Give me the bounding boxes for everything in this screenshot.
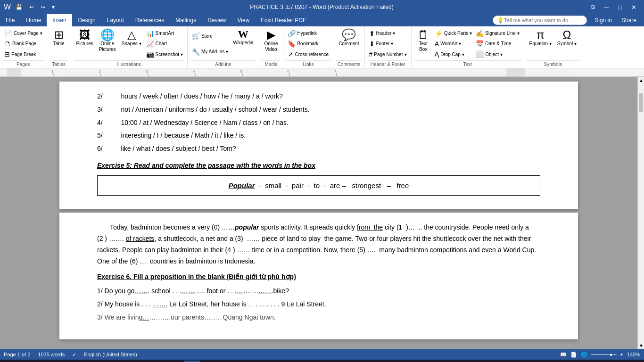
title-bar: W 💾 ↩ ↪ ▾ PRACTICE 3 .E7.0207 - Word (Pr… [0, 0, 644, 14]
tab-insert[interactable]: Insert [47, 14, 72, 26]
pictures-button[interactable]: 🖼 Pictures [74, 28, 96, 48]
tell-me-input[interactable] [504, 17, 575, 23]
web-layout-icon[interactable]: 🌐 [581, 352, 587, 358]
cover-page-button[interactable]: 📄Cover Page ▾ [3, 29, 44, 38]
share-button[interactable]: Share [618, 16, 640, 25]
tab-layout[interactable]: Layout [101, 14, 130, 26]
ribbon-group-comments: 💬 Comment Comments [333, 26, 364, 68]
hyperlink-button[interactable]: 🔗Hyperlink [286, 29, 330, 38]
equation-button[interactable]: π Equation ▾ [527, 28, 554, 48]
signature-line-icon: ✍ [476, 30, 484, 37]
tab-home[interactable]: Home [20, 14, 47, 26]
document-scroll[interactable]: 2/ hours / week / often / does / how / h… [0, 77, 637, 349]
tab-design[interactable]: Design [72, 14, 101, 26]
tables-group-items: ⊞ Table [50, 28, 68, 59]
comment-icon: 💬 [342, 29, 356, 41]
screenshot-icon: 📷 [146, 50, 154, 58]
symbol-button[interactable]: Ω Symbol ▾ [555, 28, 579, 48]
pages-col: 📄Cover Page ▾ 🗋Blank Page ⊟Page Break [3, 28, 44, 59]
ribbon-group-illustrations: 🖼 Pictures 🌐 OnlinePictures △ Shapes ▾ 📊… [71, 26, 188, 68]
addins-group-label: Add-ins [190, 60, 256, 67]
restore-button[interactable]: ⧉ [587, 2, 599, 12]
qat-undo[interactable]: ↩ [27, 3, 36, 11]
text-group-label: Text [414, 60, 521, 67]
ribbon-group-tables: ⊞ Table Tables [47, 26, 71, 68]
qat-redo[interactable]: ↪ [39, 3, 47, 11]
object-button[interactable]: ⬜Object ▾ [474, 50, 520, 58]
line-4: 4/ 10:00 / at / Wednesday / Science / Na… [97, 117, 540, 129]
svg-text:6: 6 [287, 69, 289, 74]
pages-group-items: 📄Cover Page ▾ 🗋Blank Page ⊟Page Break [3, 28, 44, 59]
read-mode-icon[interactable]: 📖 [560, 352, 567, 358]
scroll-thumb[interactable] [639, 93, 643, 112]
qat-customize[interactable]: ▾ [50, 3, 57, 11]
header-footer-group-label: Header & Footer [368, 60, 408, 67]
my-addins-button[interactable]: 🔧My Add-ins ▾ [190, 48, 230, 56]
table-button[interactable]: ⊞ Table [50, 28, 68, 48]
wikipedia-icon: W [238, 29, 248, 40]
maximize-button[interactable]: □ [614, 3, 626, 12]
doc-page-top: 2/ hours / week / often / does / how / h… [59, 82, 578, 209]
svg-text:5: 5 [240, 69, 242, 74]
chart-icon: 📈 [146, 40, 154, 48]
shapes-button[interactable]: △ Shapes ▾ [119, 28, 144, 48]
illustrations-col2: 📊SmartArt 📈Chart 📷Screenshot ▾ [145, 28, 184, 59]
ribbon-group-symbols: π Equation ▾ Ω Symbol ▾ Symbols [524, 26, 582, 68]
page-break-button[interactable]: ⊟Page Break [3, 50, 44, 58]
tab-review[interactable]: Review [202, 14, 231, 26]
quick-parts-icon: ⚡ [435, 30, 443, 37]
scroll-up-button[interactable]: ▲ [638, 77, 644, 84]
close-button[interactable]: ✕ [627, 3, 640, 12]
word-count: 1035 words [38, 352, 65, 357]
header-button[interactable]: ⬆Header ▾ [368, 29, 408, 38]
screenshot-button[interactable]: 📷Screenshot ▾ [145, 50, 184, 58]
text-col2: ✍Signature Line ▾ 📅Date & Time ⬜Object ▾ [474, 28, 520, 59]
qat-save[interactable]: 💾 [14, 3, 25, 11]
minimize-button[interactable]: ─ [601, 3, 612, 12]
media-group-label: Media [262, 60, 281, 67]
blank-page-button[interactable]: 🗋Blank Page [3, 40, 44, 48]
wikipedia-button[interactable]: W Wikipedia [231, 28, 256, 47]
print-layout-icon[interactable]: 📄 [570, 352, 577, 358]
page-number-button[interactable]: #Page Number ▾ [368, 50, 408, 58]
store-button[interactable]: 🛒Store [190, 32, 230, 40]
vertical-scrollbar[interactable]: ▲ ▼ [637, 77, 644, 349]
signature-line-button[interactable]: ✍Signature Line ▾ [474, 29, 520, 38]
svg-text:3: 3 [146, 69, 148, 74]
tab-mailings[interactable]: Mailings [170, 14, 202, 26]
footer-button[interactable]: ⬇Footer ▾ [368, 40, 408, 48]
online-pictures-button[interactable]: 🌐 OnlinePictures [97, 28, 118, 53]
quick-parts-button[interactable]: ⚡Quick Parts ▾ [433, 29, 473, 38]
bookmark-button[interactable]: 🔖Bookmark [286, 40, 330, 48]
tab-file[interactable]: File [0, 14, 20, 26]
zoom-level: + [620, 352, 623, 357]
sign-in-button[interactable]: Sign in [591, 16, 616, 25]
date-time-button[interactable]: 📅Date & Time [474, 40, 520, 48]
tab-foxit[interactable]: Foxit Reader PDF [255, 14, 312, 26]
scroll-down-button[interactable]: ▼ [638, 342, 644, 349]
cross-reference-button[interactable]: ↗Cross-reference [286, 50, 330, 58]
online-pictures-icon: 🌐 [100, 29, 115, 41]
text-box-icon: 🗒 [418, 29, 429, 41]
svg-text:2: 2 [99, 69, 101, 74]
ribbon-tab-bar: File Home Insert Design Layout Reference… [0, 14, 644, 26]
wordart-button[interactable]: AWordArt ▾ [433, 40, 473, 48]
addins-col: 🛒Store 🔧My Add-ins ▾ [190, 28, 230, 59]
lightbulb-icon: 💡 [497, 17, 504, 24]
tell-me-box[interactable]: 💡 [493, 16, 587, 25]
tab-view[interactable]: View [232, 14, 256, 26]
online-video-button[interactable]: ▶ OnlineVideo [262, 28, 281, 53]
smartart-button[interactable]: 📊SmartArt [145, 29, 184, 38]
ex6-line1: 1/ Do you go……. school . . .……….. foot o… [97, 286, 540, 297]
line-3: 3/ not / American / uniforms / do / usua… [97, 104, 540, 115]
tab-references[interactable]: References [130, 14, 170, 26]
hyperlink-icon: 🔗 [288, 30, 296, 37]
taskbar: ⊞ 🔍 🌐 W 🌀 🔴 📁 🎮 🔔 📶 🔊 ENG 7:51 AM 7/2/20… [0, 360, 644, 362]
header-footer-col: ⬆Header ▾ ⬇Footer ▾ #Page Number ▾ [368, 28, 408, 59]
zoom-slider[interactable]: ─────●─ [591, 352, 616, 357]
drop-cap-button[interactable]: ĄDrop Cap ▾ [433, 50, 473, 58]
links-group-items: 🔗Hyperlink 🔖Bookmark ↗Cross-reference [286, 28, 330, 59]
comment-button[interactable]: 💬 Comment [336, 28, 361, 48]
chart-button[interactable]: 📈Chart [145, 40, 184, 48]
text-box-button[interactable]: 🗒 TextBox [414, 28, 432, 53]
